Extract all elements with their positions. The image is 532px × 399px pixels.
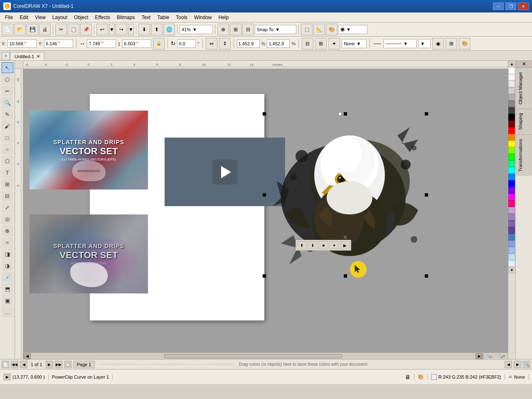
page-next-button[interactable]: ▶ [46, 361, 53, 368]
outline-button[interactable]: ◉ [432, 38, 444, 49]
polygon-tool[interactable]: ⬠ [2, 155, 13, 166]
palette-up-arrow[interactable]: ▲ [508, 61, 515, 67]
color-purple-light[interactable] [508, 214, 515, 220]
artistic-media-tool[interactable]: 🖌 [2, 121, 13, 131]
float-btn-3[interactable]: ★ [318, 241, 328, 249]
page-last-button[interactable]: ▶▶ [55, 361, 62, 368]
new-button[interactable]: 📄 [2, 24, 13, 35]
export-button[interactable]: ⬆ [151, 24, 163, 35]
scale-x-input[interactable] [237, 39, 260, 48]
color-spring-green[interactable] [508, 160, 515, 167]
new-tab-button[interactable]: + [2, 52, 10, 60]
page-first-button[interactable]: ◀◀ [11, 361, 18, 368]
menu-view[interactable]: View [32, 14, 49, 21]
line-style-dropdown[interactable]: ───── ▼ [383, 39, 416, 48]
none-dropdown[interactable]: None ▼ [342, 39, 367, 48]
color-near-white[interactable] [508, 74, 515, 81]
color-light-blue[interactable] [508, 247, 515, 254]
shape-tool[interactable]: ⬡ [2, 74, 13, 85]
zoom-in-scroll[interactable]: 🔍+ [495, 353, 508, 359]
page-new-button[interactable]: 📄 [2, 361, 9, 368]
menu-edit[interactable]: Edit [16, 14, 32, 21]
mirror-h-button[interactable]: ⇔ [206, 38, 217, 49]
color-purple-dark[interactable] [508, 227, 515, 234]
fill-color-swatch[interactable] [431, 374, 437, 380]
color-very-pale-blue[interactable] [508, 260, 515, 267]
menu-layout[interactable]: Layout [49, 14, 71, 21]
float-btn-1[interactable]: ⬆ [297, 241, 307, 249]
page-1-tab[interactable]: Page 1 [73, 361, 95, 368]
hscroll-track[interactable] [31, 354, 475, 359]
transformations-tab[interactable]: Transformations [516, 134, 532, 176]
menu-table[interactable]: Table [154, 14, 172, 21]
menu-text[interactable]: Text [138, 14, 154, 21]
cut-button[interactable]: ✂ [55, 24, 67, 35]
table-tool[interactable]: ⊞ [2, 179, 13, 190]
color-green[interactable] [508, 154, 515, 160]
fill-tool[interactable]: ⬒ [2, 283, 13, 294]
publish-button[interactable]: 🌐 [163, 24, 175, 35]
ellipse-tool[interactable]: ○ [2, 144, 13, 155]
height-input[interactable] [122, 39, 151, 48]
lock-ratio-button[interactable]: 🔒 [153, 38, 165, 49]
menu-file[interactable]: File [2, 14, 16, 21]
freehand-tool[interactable]: ✎ [2, 109, 13, 120]
zoom-tool[interactable]: 🔍 [2, 97, 13, 108]
color-blue[interactable] [508, 180, 515, 187]
crop-tool[interactable]: ✂ [2, 86, 13, 96]
copy-button[interactable]: 📋 [68, 24, 79, 35]
restore-button[interactable]: ❐ [505, 2, 516, 10]
tab-untitled1[interactable]: Untitled-1 ✕ [10, 52, 44, 60]
panel-close-button[interactable]: ✕ [516, 61, 532, 67]
view-mode-button[interactable]: ⬚ [301, 24, 313, 35]
blend-tool[interactable]: ◎ [2, 214, 13, 224]
smart-fill-tool[interactable]: ▣ [2, 295, 13, 306]
color-white[interactable] [508, 67, 515, 74]
menu-tools[interactable]: Tools [172, 14, 191, 21]
snap-options-button[interactable]: ⊕ [217, 24, 229, 35]
distribute-button[interactable]: ⊞ [315, 38, 327, 49]
snap-to-dropdown[interactable]: Snap To ▼ [255, 25, 296, 34]
distort-tool[interactable]: ≈ [2, 237, 13, 248]
minimize-button[interactable]: ─ [493, 2, 504, 10]
undo-button[interactable]: ↩ [96, 24, 108, 35]
contour-tool[interactable]: ⊕ [2, 225, 13, 236]
outline-options-button[interactable]: ⊞ [446, 38, 457, 49]
color-yellow[interactable] [508, 140, 515, 147]
menu-bitmaps[interactable]: Bitmaps [113, 14, 138, 21]
redo-button[interactable]: ↪ [116, 24, 127, 35]
color-sky-blue[interactable] [508, 174, 515, 180]
undo-dropdown[interactable]: ▼ [109, 24, 115, 35]
color-magenta[interactable] [508, 194, 515, 200]
eyedropper-tool[interactable]: 💉 [2, 272, 13, 283]
color-light-gray-2[interactable] [508, 87, 515, 94]
color-violet[interactable] [508, 187, 515, 194]
parallel-tool[interactable]: ⊟ [2, 190, 13, 201]
color-hot-pink[interactable] [508, 200, 515, 207]
play-button[interactable] [212, 160, 237, 185]
line-end-dropdown[interactable]: ▼ [418, 39, 431, 48]
select-tool[interactable]: ↖ [2, 62, 13, 73]
color-lime[interactable] [508, 147, 515, 154]
float-btn-5[interactable]: ▶ [340, 241, 350, 249]
grid-button[interactable]: ⊟ [242, 24, 254, 35]
color-cyan[interactable] [508, 167, 515, 174]
page-options-button[interactable]: 📋 [64, 361, 71, 368]
color-orange[interactable] [508, 134, 515, 140]
color-red[interactable] [508, 127, 515, 134]
color-gray[interactable] [508, 101, 515, 107]
transform-button[interactable]: ✦ [328, 38, 340, 49]
coordinates-options-button[interactable]: ▶ [3, 374, 11, 380]
hscroll-left[interactable]: ◀ [23, 353, 31, 359]
object-manager-tab[interactable]: Object Manager [516, 67, 532, 108]
horizontal-scrollbar[interactable]: ◀ ▶ 🔍- 🔍+ [23, 352, 508, 359]
color-lavender[interactable] [508, 207, 515, 214]
angle-input[interactable] [177, 39, 196, 48]
palette-down-arrow[interactable]: ▼ [508, 267, 515, 273]
hscroll-right[interactable]: ▶ [475, 353, 483, 359]
splatter-image-1[interactable]: SPLATTER AND DRIPS VECTOR SET 117 FREE H… [30, 111, 148, 190]
menu-help[interactable]: Help [215, 14, 232, 21]
canvas-area[interactable]: SPLATTER AND DRIPS VECTOR SET 117 FREE H… [23, 69, 508, 352]
color-dark-red[interactable] [508, 121, 515, 127]
color-dropdown[interactable]: ▣ ▼ [338, 25, 367, 34]
